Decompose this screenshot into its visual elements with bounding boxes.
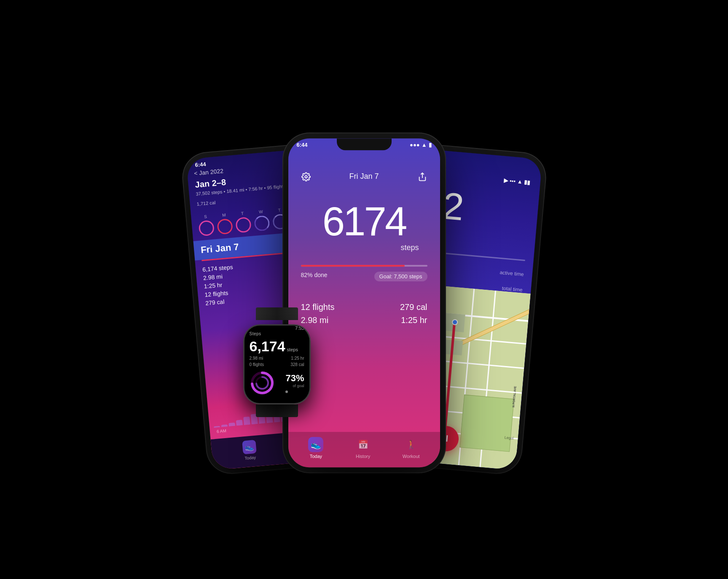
chart-label-6am: 6 AM — [216, 428, 226, 434]
watch-body: Steps 7:53 6,174 steps 2.98 mi 1:25 hr 0… — [243, 324, 311, 404]
bar-0 — [213, 425, 220, 427]
watch-ring-svg — [250, 370, 275, 396]
tab-today[interactable]: 👟 Today — [308, 437, 323, 459]
goal-badge: Goal: 7,500 steps — [374, 272, 427, 281]
bar-4 — [243, 416, 250, 425]
svg-point-0 — [305, 175, 307, 178]
center-steps-number: 6174 — [322, 199, 406, 244]
center-phone-content: 6:44 ●●● ▲ ▮ Fri Jan 7 — [288, 138, 440, 467]
progress-bar-bg — [301, 265, 427, 267]
right-signal-icon: ▪▪▪ — [509, 178, 516, 184]
watch-percent-label: of goal — [285, 384, 304, 388]
ring-wednesday — [253, 215, 270, 232]
watch-dot — [285, 390, 288, 393]
ring-monday — [217, 218, 233, 234]
watch-flights: 0 flights — [250, 362, 264, 367]
center-signal-icon: ●●● — [410, 142, 420, 148]
watch-percent: 73% — [285, 373, 304, 384]
day-label-w: W — [258, 209, 263, 214]
bar-3 — [236, 420, 242, 425]
stat-calories: 279 cal — [366, 302, 427, 312]
watch-band-top — [256, 307, 298, 320]
watch-percent-area: 73% of goal — [285, 373, 304, 393]
progress-bar-fill — [301, 265, 405, 267]
tab-workout-label: Workout — [403, 454, 420, 459]
tab-today-icon: 👟 — [308, 437, 323, 452]
pause-icon: ⏸ — [441, 433, 451, 444]
tab-today-label: Today — [310, 454, 322, 459]
watch-steps-label: Steps — [250, 331, 261, 336]
day-label-s: S — [204, 214, 207, 219]
ring-tuesday — [235, 216, 251, 233]
right-location-icon: ▶ — [503, 177, 508, 183]
day-s: S — [198, 213, 215, 236]
left-status-time: 6:44 — [195, 161, 206, 168]
tab-workout-icon: 🚶 — [403, 437, 419, 452]
watch-ring-area: 73% of goal — [250, 370, 304, 396]
settings-button[interactable] — [298, 169, 314, 184]
watch-steps-unit: steps — [287, 347, 298, 352]
right-wifi-icon: ▲ — [517, 178, 523, 185]
day-t2: T — [271, 207, 288, 230]
map-park — [459, 394, 514, 452]
center-header: Fri Jan 7 — [288, 148, 440, 189]
center-date: Fri Jan 7 — [314, 172, 415, 181]
center-notch — [337, 138, 392, 150]
ring-thursday — [272, 213, 288, 230]
watch-calories: 328 cal — [290, 362, 304, 367]
center-status-time: 6:44 — [297, 142, 308, 148]
map-legal-text: Legal — [504, 435, 514, 440]
progress-text: 82% done Goal: 7,500 steps — [301, 272, 427, 281]
watch-stat-row-1: 2.98 mi 1:25 hr — [250, 356, 304, 361]
left-tab-today-label: Today — [244, 455, 256, 460]
day-w: W — [253, 209, 270, 232]
tab-workout[interactable]: 🚶 Workout — [403, 437, 420, 459]
date-highlight-text: Fri Jan 7 — [200, 241, 239, 255]
center-progress: 82% done Goal: 7,500 steps — [288, 252, 440, 290]
phone-center: 6:44 ●●● ▲ ▮ Fri Jan 7 — [288, 138, 440, 467]
center-tab-bar: 👟 Today 📅 History 🚶 Workout — [288, 432, 440, 467]
right-status-icons: ▶ ▪▪▪ ▲ ▮▮ — [503, 177, 530, 185]
day-label-t1: T — [241, 211, 244, 215]
right-active-time-label: active time — [499, 269, 524, 277]
tab-history[interactable]: 📅 History — [355, 437, 371, 459]
watch-steps-row: 6,174 steps — [250, 338, 304, 354]
center-steps-area: 6174 steps — [288, 201, 440, 252]
left-tab-today-icon: 👟 — [242, 439, 257, 454]
right-battery-icon: ▮▮ — [524, 179, 530, 186]
progress-percent: 82% done — [301, 272, 328, 281]
watch-stat-row-2: 0 flights 328 cal — [250, 362, 304, 367]
center-wifi-icon: ▲ — [422, 142, 427, 148]
watch-steps-number: 6,174 — [250, 339, 285, 354]
watch-header: Steps 7:53 — [250, 331, 304, 336]
day-label-t2: T — [278, 207, 281, 212]
watch-band-bottom — [256, 404, 298, 417]
day-label-m: M — [222, 212, 226, 217]
center-battery-icon: ▮ — [429, 142, 432, 148]
app-scene: 6:44 ▪▪▪ ▲ ▮ < Jan 2022 Jan 2–8 37,502 s… — [69, 37, 659, 543]
share-button[interactable] — [415, 169, 430, 184]
center-steps-label: steps — [288, 243, 440, 252]
center-status-icons: ●●● ▲ ▮ — [410, 142, 431, 148]
day-t1: T — [234, 210, 251, 233]
tab-history-label: History — [356, 454, 370, 459]
bar-1 — [221, 424, 227, 427]
stat-time: 1:25 hr — [366, 315, 427, 325]
day-m: M — [216, 212, 233, 234]
watch-screen: Steps 7:53 6,174 steps 2.98 mi 1:25 hr 0… — [244, 326, 309, 403]
watch-time: 7:53 — [295, 326, 304, 331]
watch-distance: 2.98 mi — [250, 356, 263, 361]
apple-watch: Steps 7:53 6,174 steps 2.98 mi 1:25 hr 0… — [239, 307, 315, 396]
bar-2 — [228, 422, 235, 426]
ring-sunday — [198, 220, 215, 236]
tab-history-icon: 📅 — [355, 437, 371, 452]
watch-active-time: 1:25 hr — [291, 356, 304, 361]
left-tab-today[interactable]: 👟 Today — [242, 439, 257, 461]
